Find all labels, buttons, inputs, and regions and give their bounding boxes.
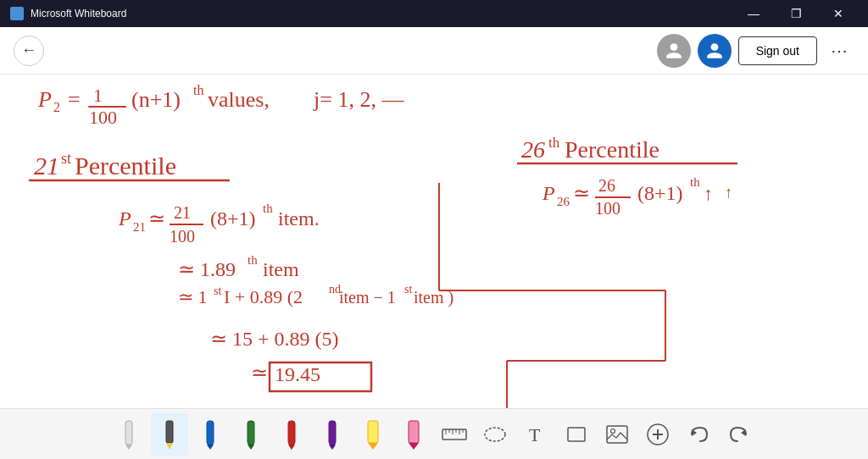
svg-text:P: P — [542, 182, 555, 204]
svg-text:item.: item. — [278, 207, 320, 230]
svg-text:P: P — [118, 207, 131, 230]
undo-button[interactable] — [680, 413, 717, 456]
svg-text:≃: ≃ — [148, 207, 165, 230]
svg-text:item: item — [263, 258, 299, 280]
svg-rect-81 — [568, 428, 585, 441]
svg-marker-61 — [207, 445, 214, 450]
shape-tool[interactable] — [558, 413, 595, 456]
svg-text:26: 26 — [598, 176, 615, 195]
svg-text:100: 100 — [595, 199, 620, 218]
svg-text:2: 2 — [53, 100, 60, 114]
svg-marker-67 — [329, 445, 336, 450]
pen-green-tool[interactable] — [232, 413, 270, 456]
pencil-tool[interactable] — [151, 413, 188, 456]
svg-text:values,: values, — [208, 87, 270, 112]
svg-text:Percentile: Percentile — [565, 136, 659, 163]
toolbar-left: ← — [14, 36, 44, 66]
redo-button[interactable] — [721, 413, 758, 456]
svg-text:↑: ↑ — [704, 183, 713, 204]
svg-rect-82 — [607, 426, 627, 443]
svg-text:st: st — [61, 150, 71, 167]
svg-text:19.45: 19.45 — [275, 363, 320, 385]
svg-rect-58 — [166, 421, 173, 443]
svg-text:(8+1): (8+1) — [210, 207, 256, 230]
svg-text:26: 26 — [557, 195, 570, 208]
whiteboard-canvas[interactable]: P 2 = 1 100 (n+1) th values, j= 1, 2, — … — [0, 75, 868, 408]
svg-marker-63 — [248, 445, 254, 450]
sign-out-button[interactable]: Sign out — [738, 36, 817, 65]
svg-text:≃: ≃ — [573, 182, 590, 204]
title-bar-left: Microsoft Whiteboard — [10, 7, 126, 20]
svg-text:21: 21 — [34, 152, 59, 180]
svg-text:th: th — [690, 175, 700, 189]
svg-text:I + 0.89 (2: I + 0.89 (2 — [224, 286, 303, 307]
ruler-tool[interactable] — [436, 413, 473, 456]
svg-text:(8+1): (8+1) — [637, 182, 683, 204]
pen-blue-tool[interactable] — [192, 413, 229, 456]
svg-point-83 — [611, 429, 615, 433]
svg-text:th: th — [548, 135, 560, 151]
svg-text:26: 26 — [521, 136, 545, 163]
svg-text:=: = — [68, 87, 81, 112]
pen-white-tool[interactable] — [110, 413, 147, 456]
lasso-select-tool[interactable] — [476, 413, 514, 456]
svg-text:≃  15 + 0.89 (5): ≃ 15 + 0.89 (5) — [210, 328, 339, 350]
svg-text:th: th — [193, 83, 203, 97]
minimize-button[interactable]: — — [734, 0, 773, 27]
svg-text:P: P — [37, 87, 52, 112]
svg-rect-60 — [207, 421, 214, 445]
svg-marker-87 — [692, 429, 697, 436]
back-button[interactable]: ← — [14, 36, 44, 66]
svg-text:j= 1, 2, —: j= 1, 2, — — [313, 87, 404, 112]
svg-rect-62 — [248, 421, 254, 445]
svg-text:1: 1 — [93, 85, 103, 106]
svg-rect-70 — [409, 421, 419, 443]
svg-text:T: T — [529, 424, 541, 445]
svg-text:st: st — [214, 285, 221, 297]
svg-text:st: st — [404, 283, 412, 296]
svg-marker-59 — [166, 443, 173, 450]
svg-text:item − 1: item − 1 — [339, 288, 396, 307]
user-avatar-blue — [698, 34, 732, 68]
restore-button[interactable]: ❐ — [776, 0, 815, 27]
app-title: Microsoft Whiteboard — [31, 8, 126, 19]
svg-text:100: 100 — [89, 107, 117, 128]
svg-rect-64 — [288, 421, 295, 445]
title-bar: Microsoft Whiteboard — ❐ ✕ — [0, 0, 868, 27]
svg-text:th: th — [248, 253, 258, 267]
close-button[interactable]: ✕ — [819, 0, 858, 27]
svg-marker-69 — [368, 443, 378, 450]
svg-marker-71 — [409, 443, 419, 450]
svg-rect-66 — [329, 421, 336, 445]
highlighter-yellow-tool[interactable] — [354, 413, 392, 456]
svg-rect-68 — [368, 421, 378, 443]
bottom-toolbar: T — [0, 408, 868, 459]
svg-text:↑: ↑ — [725, 184, 732, 201]
svg-text:(n+1): (n+1) — [131, 87, 181, 112]
svg-marker-65 — [288, 445, 295, 450]
svg-text:≃  1: ≃ 1 — [178, 286, 208, 307]
svg-text:21: 21 — [133, 220, 146, 234]
app-toolbar: ← Sign out ⋯ — [0, 27, 868, 75]
image-tool[interactable] — [598, 413, 636, 456]
highlighter-pink-tool[interactable] — [395, 413, 432, 456]
svg-point-79 — [485, 428, 505, 441]
text-tool[interactable]: T — [517, 413, 554, 456]
more-options-button[interactable]: ⋯ — [824, 36, 854, 66]
pen-red-tool[interactable] — [273, 413, 310, 456]
svg-text:≃  1.89: ≃ 1.89 — [178, 258, 236, 280]
toolbar-right: Sign out ⋯ — [657, 34, 854, 68]
svg-marker-88 — [741, 429, 746, 436]
window-controls: — ❐ ✕ — [734, 0, 858, 27]
add-tool[interactable] — [639, 413, 676, 456]
user-avatar-grey — [657, 34, 691, 68]
svg-marker-57 — [125, 445, 132, 450]
svg-rect-56 — [125, 421, 132, 445]
svg-text:100: 100 — [170, 227, 195, 246]
svg-text:Percentile: Percentile — [75, 152, 176, 180]
svg-text:21: 21 — [174, 203, 191, 222]
svg-text:th: th — [263, 202, 273, 215]
pen-purple-tool[interactable] — [314, 413, 351, 456]
svg-text:≃: ≃ — [251, 362, 268, 384]
app-icon — [10, 7, 24, 20]
